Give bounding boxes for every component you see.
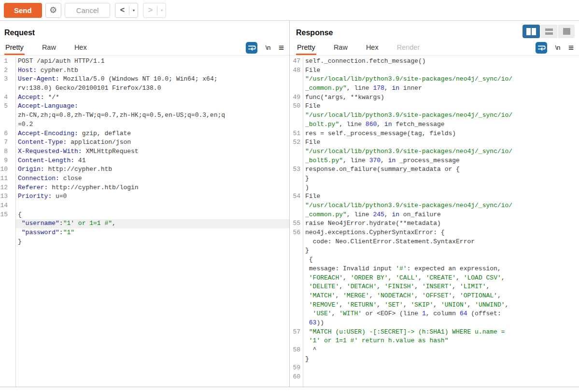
code-segment: Referer: xyxy=(18,184,48,191)
code-line[interactable] xyxy=(16,201,289,210)
code-line[interactable]: File xyxy=(303,102,579,111)
hamburger-menu-icon[interactable]: ≡ xyxy=(568,43,574,52)
line-number xyxy=(290,75,300,84)
newline-toggle-icon[interactable]: \n xyxy=(266,44,270,51)
code-line[interactable]: Content-Type: application/json xyxy=(16,138,289,147)
tab-hex[interactable]: Hex xyxy=(365,40,380,55)
code-line[interactable]: _common.py", line 178, in inner xyxy=(303,84,579,93)
newline-toggle-icon[interactable]: \n xyxy=(555,44,560,51)
code-line[interactable] xyxy=(303,364,579,373)
response-editor[interactable]: 4748 4950 5152 53 54 5556 57 58 5960 sel… xyxy=(290,56,579,387)
code-line[interactable]: Accept: */* xyxy=(16,93,289,102)
code-line[interactable]: raise Neo4jError.hydrate(**metadata) xyxy=(303,219,579,228)
code-line[interactable]: =0.2 xyxy=(16,120,289,129)
code-segment: 'CALL' xyxy=(395,274,418,281)
rows-view-button[interactable] xyxy=(540,25,557,38)
cancel-button[interactable]: Cancel xyxy=(65,3,111,18)
history-back-button[interactable]: < ▾ xyxy=(115,3,138,18)
code-line[interactable]: 'USE', 'WITH' or <EOF> (line 1, column 6… xyxy=(303,309,579,319)
columns-view-button[interactable] xyxy=(523,25,540,38)
code-line[interactable]: Origin: http://cypher.htb xyxy=(16,165,289,174)
code-line[interactable]: "username":"1' or 1=1 #", xyxy=(16,219,289,228)
code-line[interactable]: "/usr/local/lib/python3.9/site-packages/… xyxy=(303,75,579,84)
code-line[interactable]: } xyxy=(303,355,579,364)
code-line[interactable]: Priority: u=0 xyxy=(16,192,289,201)
code-line[interactable]: Content-Length: 41 xyxy=(16,156,289,166)
code-line[interactable]: File xyxy=(303,66,579,75)
code-line[interactable]: message: Invalid input '#': expected an … xyxy=(303,265,579,274)
line-number xyxy=(290,246,300,255)
code-segment: http://cypher.htb/login xyxy=(48,184,138,191)
code-line[interactable]: Accept-Language: xyxy=(16,102,289,111)
code-line[interactable] xyxy=(303,373,579,382)
code-line[interactable]: "MATCH (u:USER) -[:SECRET]-> (h:SHA1) WH… xyxy=(303,328,579,337)
code-line[interactable]: 'FOREACH', 'ORDER BY', 'CALL', 'CREATE',… xyxy=(303,274,579,283)
word-wrap-icon[interactable] xyxy=(536,42,547,54)
code-segment: , xyxy=(377,283,384,290)
code-line[interactable]: _bolt.py", line 860, in fetch_message xyxy=(303,120,579,129)
word-wrap-icon[interactable] xyxy=(246,42,257,54)
code-line[interactable]: "/usr/local/lib/python3.9/site-packages/… xyxy=(303,111,579,120)
code-segment: , xyxy=(112,220,116,227)
line-number: 12 xyxy=(0,183,8,193)
code-line[interactable]: { xyxy=(303,255,579,265)
line-number: 13 xyxy=(0,192,8,201)
line-number xyxy=(0,219,8,228)
hamburger-menu-icon[interactable]: ≡ xyxy=(279,43,284,52)
code-line[interactable]: zh-CN,zh;q=0.8,zh-TW;q=0.7,zh-HK;q=0.5,e… xyxy=(16,111,289,120)
code-line[interactable]: } xyxy=(303,246,579,255)
code-line[interactable]: response.on_failure(summary_metadata or … xyxy=(303,165,579,174)
code-line[interactable]: Connection: close xyxy=(16,174,289,183)
tab-pretty[interactable]: Pretty xyxy=(296,40,316,55)
single-view-icon xyxy=(563,28,570,35)
code-line[interactable]: neo4j.exceptions.CypherSyntaxError: { xyxy=(303,228,579,238)
code-line[interactable]: Host: cypher.htb xyxy=(16,66,289,75)
code-line[interactable]: 'REMOVE', 'RETURN', 'SET', 'SKIP', 'UNIO… xyxy=(303,301,579,310)
code-line[interactable]: func(*args, **kwargs) xyxy=(303,93,579,102)
line-number xyxy=(290,201,300,210)
settings-button[interactable]: ⚙ xyxy=(45,3,61,18)
code-line[interactable]: '1' or 1=1 #' return h.value as hash" xyxy=(303,336,579,346)
send-button[interactable]: Send xyxy=(4,3,42,18)
tab-raw[interactable]: Raw xyxy=(41,40,57,55)
code-line[interactable]: rv:138.0) Gecko/20100101 Firefox/138.0 xyxy=(16,84,289,93)
code-line[interactable]: ^ xyxy=(303,346,579,355)
code-line[interactable]: Referer: http://cypher.htb/login xyxy=(16,183,289,193)
code-line[interactable]: _bolt5.py", line 370, in _process_messag… xyxy=(303,156,579,166)
tab-raw[interactable]: Raw xyxy=(333,40,349,55)
code-line[interactable]: "/usr/local/lib/python3.9/site-packages/… xyxy=(303,201,579,210)
code-line[interactable]: User-Agent: Mozilla/5.0 (Windows NT 10.0… xyxy=(16,75,289,84)
code-line[interactable]: Accept-Encoding: gzip, deflate xyxy=(16,129,289,139)
code-line[interactable]: code: Neo.ClientError.Statement.SyntaxEr… xyxy=(303,238,579,247)
code-line[interactable]: { xyxy=(16,210,289,220)
request-editor[interactable]: 123 45 6789101112131415 POST /api/auth H… xyxy=(0,56,289,387)
code-line[interactable]: "/usr/local/lib/python3.9/site-packages/… xyxy=(303,147,579,156)
code-segment: , xyxy=(403,301,411,308)
tab-pretty[interactable]: Pretty xyxy=(4,40,25,55)
chevron-down-icon[interactable]: ▾ xyxy=(129,8,138,13)
code-segment: raise Neo4jError.hydrate(**metadata) xyxy=(305,220,441,227)
code-segment: http://cypher.htb xyxy=(44,166,112,173)
single-view-button[interactable] xyxy=(557,25,575,38)
code-segment: , xyxy=(452,292,460,299)
code-line[interactable]: 'DELETE', 'DETACH', 'FINISH', 'INSERT', … xyxy=(303,282,579,292)
code-segment: , xyxy=(339,301,347,308)
code-line[interactable]: 'MATCH', 'MERGE', 'NODETACH', 'OFFSET', … xyxy=(303,292,579,301)
line-number: 6 xyxy=(0,129,8,139)
code-line[interactable]: POST /api/auth HTTP/1.1 xyxy=(16,57,289,66)
line-number xyxy=(290,255,300,265)
code-line[interactable]: _common.py", line 245, in on_failure xyxy=(303,210,579,220)
code-segment: response.on_failure(summary_metadata or … xyxy=(305,166,460,173)
code-line[interactable]: } xyxy=(16,238,289,247)
code-line[interactable]: File xyxy=(303,192,579,201)
code-line[interactable]: File xyxy=(303,138,579,147)
code-line[interactable]: } xyxy=(303,174,579,183)
code-segment: rv:138.0) Gecko/20100101 Firefox/138.0 xyxy=(18,84,161,92)
code-line[interactable]: "password":"1" xyxy=(16,228,289,238)
code-line[interactable]: res = self._process_message(tag, fields) xyxy=(303,129,579,139)
code-line[interactable]: X-Requested-With: XMLHttpRequest xyxy=(16,147,289,156)
code-line[interactable]: 63)) xyxy=(303,319,579,328)
code-line[interactable]: ) xyxy=(303,183,579,193)
tab-hex[interactable]: Hex xyxy=(73,40,88,55)
code-line[interactable]: self._connection.fetch_message() xyxy=(303,57,579,66)
